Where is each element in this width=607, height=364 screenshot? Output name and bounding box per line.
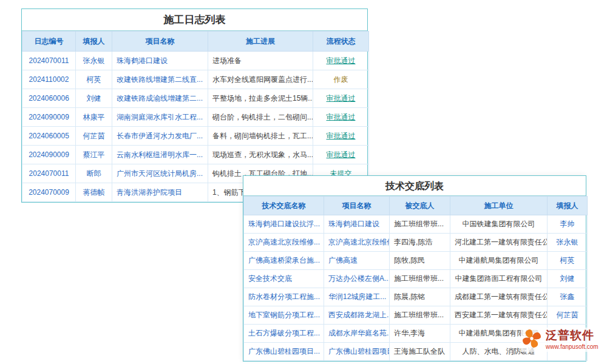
disclosure-col-header-reporter: 填报人 [548, 197, 588, 215]
disclosed-person-cell: 许华,李海 [390, 325, 450, 343]
table-row[interactable]: 2024070011张永银珠海鹤港口建设进场准备审批通过 [22, 52, 369, 70]
vendor-logo[interactable]: 泛普软件 www.fanpusoft.com [521, 328, 605, 352]
log-id-cell[interactable]: 2024060005 [22, 127, 76, 146]
disclosure-name-cell[interactable]: 防水卷材分项工程施... [244, 288, 324, 306]
project-name-cell[interactable]: 京沪高速北京段维修 [324, 234, 390, 252]
log-col-header-project: 项目名称 [112, 32, 208, 52]
disclosure-name-cell[interactable]: 土石方爆破分项工程... [244, 325, 324, 343]
vendor-brand-name: 泛普软件 [546, 329, 599, 342]
table-row[interactable]: 2024110002柯英改建铁路线增建第二线直...水车对全线遮阳网覆盖点进行.… [22, 70, 369, 89]
reporter-cell[interactable]: 林康平 [76, 108, 112, 127]
status-badge[interactable]: 作废 [313, 70, 369, 89]
table-row[interactable]: 地下室钢筋分项工程...西安成都路龙湖上...施工班组带班...西安建工第一建筑… [244, 306, 588, 325]
disclosure-col-header-person: 被交底人 [390, 197, 450, 215]
log-col-header-status: 流程状态 [313, 32, 369, 52]
disclosure-col-header-name: 技术交底名称 [244, 197, 324, 215]
reporter-cell[interactable]: 李帅 [548, 215, 588, 234]
disclosed-person-cell: 王海施工队全队 [390, 343, 450, 361]
status-badge[interactable]: 审批通过 [313, 146, 369, 164]
reporter-cell[interactable]: 蒋德帧 [76, 183, 112, 202]
table-row[interactable]: 珠海鹤港口建设抗浮...珠海鹤港口建设施工班组带班...中国铁建集团有限公司李帅 [244, 215, 588, 234]
disclosed-person-cell: 陈牧,陈民 [390, 252, 450, 270]
progress-cell: 现场巡查，无积水现象，水马... [208, 146, 313, 164]
construction-unit-cell: 中建港航局集团有限公司 [450, 252, 548, 270]
construction-unit-cell: 成都建工第一建筑有限责任公司 [450, 288, 548, 306]
status-badge[interactable]: 审批通过 [313, 108, 369, 127]
project-name-cell[interactable]: 珠海鹤港口建设 [112, 52, 208, 70]
project-name-cell[interactable]: 珠海鹤港口建设 [324, 215, 390, 234]
disclosure-name-cell[interactable]: 广东佛山碧桂园项目... [244, 343, 324, 361]
status-badge[interactable]: 审批通过 [313, 52, 369, 70]
reporter-cell[interactable]: 张永银 [548, 234, 588, 252]
fanpu-pinwheel-icon [521, 328, 543, 352]
disclosure-name-cell[interactable]: 珠海鹤港口建设抗浮... [244, 215, 324, 234]
project-name-cell[interactable]: 长春市伊通河水力发电厂... [112, 127, 208, 146]
table-row[interactable]: 防水卷材分项工程施...华润12城房建工...陈晨,陈铭成都建工第一建筑有限责任… [244, 288, 588, 306]
disclosed-person-cell: 施工班组带班... [390, 215, 450, 234]
log-id-cell[interactable]: 2024090009 [22, 146, 76, 164]
log-id-cell[interactable]: 2024070009 [22, 183, 76, 202]
log-window-title: 施工日志列表 [22, 9, 367, 31]
construction-unit-cell: 西安建工第一建筑有限责任公司 [450, 306, 548, 325]
disclosure-name-cell[interactable]: 京沪高速北京段维修... [244, 234, 324, 252]
project-name-cell[interactable]: 西安成都路龙湖上... [324, 306, 390, 325]
construction-unit-cell: 河北建工第一建筑有限责任公司 [450, 234, 548, 252]
disclosure-name-cell[interactable]: 地下室钢筋分项工程... [244, 306, 324, 325]
log-table-header-row: 日志编号 填报人 项目名称 施工进展 流程状态 [22, 32, 369, 52]
log-id-cell[interactable]: 2024070011 [22, 52, 76, 70]
reporter-cell[interactable]: 张鑫 [548, 288, 588, 306]
project-name-cell[interactable]: 改建铁路线增建第二线直... [112, 70, 208, 89]
disclosed-person-cell: 李四海,陈浩 [390, 234, 450, 252]
table-row[interactable]: 安全技术交底万达办公楼左侧A...施工班组带班...中建集团路面工程有限公司刘健 [244, 270, 588, 288]
project-name-cell[interactable]: 华润12城房建工... [324, 288, 390, 306]
disclosed-person-cell: 施工班组带班... [390, 306, 450, 325]
project-name-cell[interactable]: 万达办公楼左侧A... [324, 270, 390, 288]
reporter-cell[interactable]: 张永银 [76, 52, 112, 70]
project-name-cell[interactable]: 成都水岸华庭名苑... [324, 325, 390, 343]
log-id-cell[interactable]: 2024090009 [22, 108, 76, 127]
reporter-cell[interactable]: 蔡江平 [76, 146, 112, 164]
table-row[interactable]: 广佛高速桥梁承台施...广佛高速陈牧,陈民中建港航局集团有限公司柯英 [244, 252, 588, 270]
disclosure-window-title: 技术交底列表 [243, 176, 586, 196]
disclosure-table-header-row: 技术交底名称 项目名称 被交底人 施工单位 填报人 [244, 197, 588, 215]
table-row[interactable]: 2024090009林康平湖南洞庭湖水库引水工程...砌台阶，钩机排土，二包砌间… [22, 108, 369, 127]
log-id-cell[interactable]: 2024110002 [22, 70, 76, 89]
construction-log-window: 施工日志列表 日志编号 填报人 项目名称 施工进展 流程状态 202407001… [21, 8, 368, 203]
construction-unit-cell: 中国铁建集团有限公司 [450, 215, 548, 234]
reporter-cell[interactable]: 何芷茵 [548, 306, 588, 325]
project-name-cell[interactable]: 湖南洞庭湖水库引水工程... [112, 108, 208, 127]
log-id-cell[interactable]: 2024060006 [22, 89, 76, 108]
project-name-cell[interactable]: 云南水利枢纽潜明水库一... [112, 146, 208, 164]
project-name-cell[interactable]: 改建铁路成渝线增建第二... [112, 89, 208, 108]
log-col-header-progress: 施工进展 [208, 32, 313, 52]
disclosure-col-header-unit: 施工单位 [450, 197, 548, 215]
disclosed-person-cell: 陈晨,陈铭 [390, 288, 450, 306]
reporter-cell[interactable]: 柯英 [76, 70, 112, 89]
reporter-cell[interactable]: 柯英 [548, 252, 588, 270]
progress-cell: 水车对全线遮阳网覆盖点进行... [208, 70, 313, 89]
table-row[interactable]: 京沪高速北京段维修...京沪高速北京段维修李四海,陈浩河北建工第一建筑有限责任公… [244, 234, 588, 252]
progress-cell: 进场准备 [208, 52, 313, 70]
status-badge[interactable]: 审批通过 [313, 89, 369, 108]
reporter-cell[interactable]: 断郎 [76, 164, 112, 183]
project-name-cell[interactable]: 青海洪湖养护院项目 [112, 183, 208, 202]
reporter-cell[interactable]: 何芷茵 [76, 127, 112, 146]
disclosure-name-cell[interactable]: 广佛高速桥梁承台施... [244, 252, 324, 270]
vendor-site-url[interactable]: www.fanpusoft.com [546, 343, 599, 350]
progress-cell: 备料，砌间墙钩机排土，瓦工... [208, 127, 313, 146]
project-name-cell[interactable]: 广州市天河区统计局机房... [112, 164, 208, 183]
disclosure-col-header-project: 项目名称 [324, 197, 390, 215]
disclosure-name-cell[interactable]: 安全技术交底 [244, 270, 324, 288]
table-row[interactable]: 2024060006刘健改建铁路成渝线增建第二...平整场地，拉走多余泥土15辆… [22, 89, 369, 108]
log-col-header-id: 日志编号 [22, 32, 76, 52]
status-badge[interactable]: 审批通过 [313, 127, 369, 146]
table-row[interactable]: 2024090009蔡江平云南水利枢纽潜明水库一...现场巡查，无积水现象，水马… [22, 146, 369, 164]
reporter-cell[interactable]: 刘健 [548, 270, 588, 288]
project-name-cell[interactable]: 广东佛山碧桂园项目 [324, 343, 390, 361]
table-row[interactable]: 2024060005何芷茵长春市伊通河水力发电厂...备料，砌间墙钩机排土，瓦工… [22, 127, 369, 146]
reporter-cell[interactable]: 刘健 [76, 89, 112, 108]
log-id-cell[interactable]: 2024070011 [22, 164, 76, 183]
construction-unit-cell: 中建集团路面工程有限公司 [450, 270, 548, 288]
project-name-cell[interactable]: 广佛高速 [324, 252, 390, 270]
log-col-header-reporter: 填报人 [76, 32, 112, 52]
